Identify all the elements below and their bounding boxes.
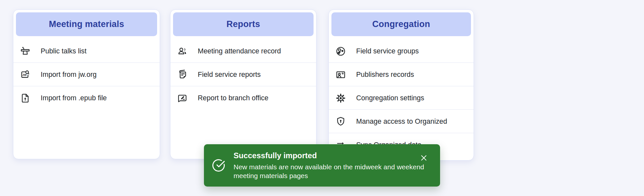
toast-message: New materials are now available on the m… bbox=[234, 162, 425, 180]
meeting-materials-card: Meeting materials Public talks list JW bbox=[13, 9, 160, 159]
message-pen-icon bbox=[177, 93, 188, 104]
reports-list: Meeting attendance record Field service … bbox=[170, 36, 316, 110]
reports-card: Reports Meeting attendance record bbox=[170, 9, 316, 159]
congregation-header: Congregation bbox=[331, 12, 471, 36]
people-icon bbox=[177, 46, 188, 57]
menu-item-field-service-reports[interactable]: Field service reports bbox=[170, 63, 316, 86]
reports-title: Reports bbox=[226, 19, 260, 29]
menu-item-publishers-records[interactable]: Publishers records bbox=[329, 63, 474, 86]
menu-item-congregation-settings[interactable]: Congregation settings bbox=[329, 86, 474, 110]
toast-text-block: Successfully imported New materials are … bbox=[234, 151, 425, 180]
congregation-card: Congregation Field service groups bbox=[329, 9, 474, 161]
check-circle-icon bbox=[212, 159, 225, 172]
menu-item-meeting-attendance-record[interactable]: Meeting attendance record bbox=[170, 39, 316, 63]
menu-item-import-from-epub[interactable]: Import from .epub file bbox=[13, 86, 160, 110]
id-card-icon bbox=[335, 69, 346, 80]
meeting-materials-title: Meeting materials bbox=[49, 19, 124, 29]
lectern-icon bbox=[20, 46, 31, 57]
file-upload-icon bbox=[20, 93, 31, 104]
menu-item-public-talks-list[interactable]: Public talks list bbox=[13, 39, 160, 63]
menu-item-import-from-jw-org[interactable]: JW Import from jw.org bbox=[13, 63, 160, 86]
documents-icon bbox=[177, 69, 188, 80]
reports-header: Reports bbox=[173, 12, 314, 36]
congregation-title: Congregation bbox=[372, 19, 430, 29]
menu-item-report-to-branch-office[interactable]: Report to branch office bbox=[170, 86, 316, 110]
jw-search-icon: JW bbox=[20, 69, 31, 80]
menu-item-label: Report to branch office bbox=[198, 94, 268, 102]
meeting-materials-header: Meeting materials bbox=[16, 12, 157, 36]
menu-item-label: Meeting attendance record bbox=[198, 47, 281, 55]
menu-item-label: Congregation settings bbox=[356, 94, 424, 102]
menu-item-label: Import from jw.org bbox=[41, 71, 97, 79]
toast-title: Successfully imported bbox=[234, 151, 425, 160]
congregation-list: Field service groups Publishers records bbox=[329, 36, 474, 157]
menu-item-manage-access-to-organized[interactable]: Manage access to Organized bbox=[329, 110, 474, 133]
menu-item-field-service-groups[interactable]: Field service groups bbox=[329, 39, 474, 63]
shield-lock-icon bbox=[335, 116, 346, 127]
svg-text:JW: JW bbox=[22, 73, 27, 77]
meeting-materials-list: Public talks list JW Import from jw.org bbox=[13, 36, 160, 110]
gear-icon bbox=[335, 93, 346, 104]
menu-item-label: Field service reports bbox=[198, 71, 261, 79]
menu-item-label: Publishers records bbox=[356, 71, 414, 79]
menu-item-label: Import from .epub file bbox=[41, 94, 107, 102]
group-circle-icon bbox=[335, 46, 346, 57]
menu-item-label: Field service groups bbox=[356, 47, 419, 55]
close-icon[interactable] bbox=[419, 153, 428, 162]
menu-item-label: Public talks list bbox=[41, 47, 87, 55]
success-toast: Successfully imported New materials are … bbox=[204, 144, 440, 187]
menu-item-label: Manage access to Organized bbox=[356, 118, 447, 126]
